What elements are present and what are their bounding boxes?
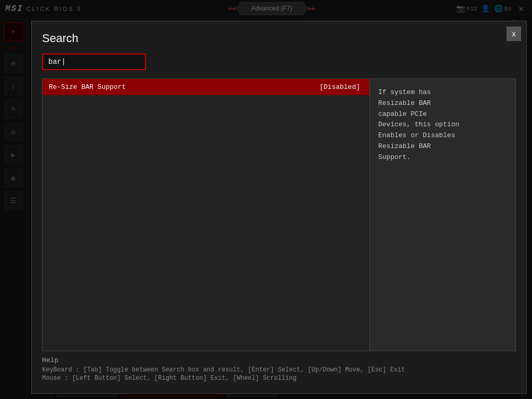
modal-title: Search xyxy=(42,32,516,45)
keyboard-text: [Tab] Toggle between Search box and resu… xyxy=(83,366,405,374)
help-mouse-line: Mouse : [Left Button] Select, [Right But… xyxy=(42,375,516,382)
mouse-label: Mouse : xyxy=(42,375,68,382)
result-item-0[interactable]: Re-Size BAR Support [Disabled] xyxy=(43,79,369,95)
result-description: If system has Resizable BAR capable PCIe… xyxy=(370,79,515,351)
result-item-name-0: Re-Size BAR Support xyxy=(49,83,311,91)
modal-close-button[interactable]: x xyxy=(507,26,521,41)
search-input[interactable] xyxy=(42,54,146,70)
help-keyboard-line: KeyBoard : [Tab] Toggle between Search b… xyxy=(42,366,516,374)
search-results-area: Re-Size BAR Support [Disabled] If system… xyxy=(42,78,516,351)
help-section: Help KeyBoard : [Tab] Toggle between Sea… xyxy=(42,356,516,383)
mouse-text: [Left Button] Select, [Right Button] Exi… xyxy=(72,375,297,382)
search-modal: x Search Re-Size BAR Support [Disabled] … xyxy=(31,21,527,394)
results-list: Re-Size BAR Support [Disabled] xyxy=(43,79,370,351)
help-title: Help xyxy=(42,356,516,364)
description-text: If system has Resizable BAR capable PCIe… xyxy=(378,88,459,161)
keyboard-label: KeyBoard : xyxy=(42,366,79,374)
result-item-value-0: [Disabled] xyxy=(316,82,363,92)
